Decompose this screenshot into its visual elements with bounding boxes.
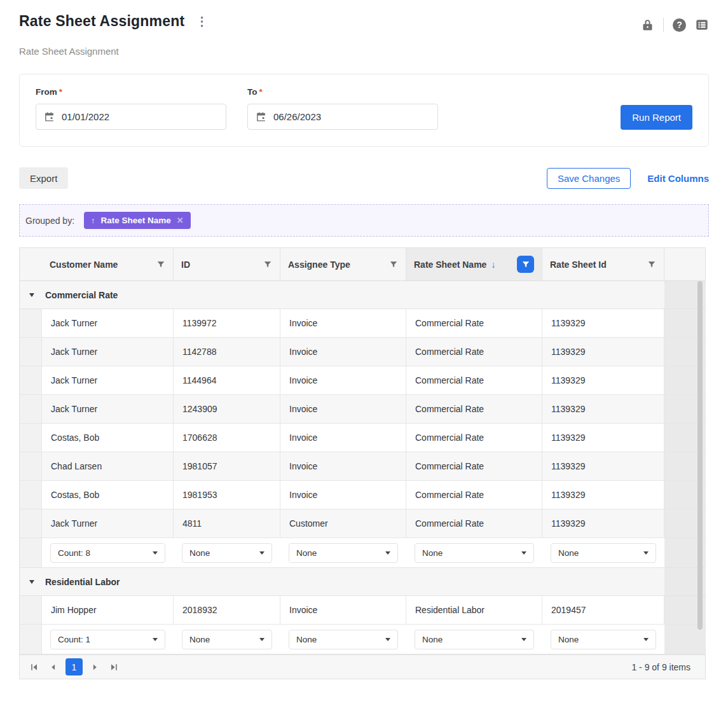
list-menu-icon[interactable]	[695, 18, 709, 32]
header-filler-cell	[664, 248, 706, 280]
cell-rate-sheet-id: 1139329	[542, 366, 664, 394]
filter-icon[interactable]	[647, 260, 656, 269]
group-title: Residential Labor	[45, 577, 120, 587]
from-date-input[interactable]: 01/01/2022	[36, 104, 226, 130]
cell-customer-name: Jack Turner	[42, 309, 174, 337]
page: Rate Sheet Assignment ⋮ ? Rate Sheet Ass…	[0, 0, 728, 679]
cell-rate-sheet-name: Residential Labor	[406, 596, 542, 624]
aggregate-dropdown[interactable]: None	[415, 630, 534, 649]
cell-assignee-type: Invoice	[280, 596, 406, 624]
table-row[interactable]: Costas, Bob1981953InvoiceCommercial Rate…	[20, 481, 705, 509]
aggregate-dropdown[interactable]: None	[182, 543, 272, 563]
pager-summary: 1 - 9 of 9 items	[631, 662, 699, 672]
row-indent-cell	[20, 452, 42, 480]
cell-id: 1142788	[174, 338, 280, 366]
aggregate-dropdown[interactable]: None	[289, 630, 398, 649]
aggregate-dropdown-value: None	[422, 635, 443, 644]
vertical-scrollbar-thumb[interactable]	[697, 281, 703, 630]
from-date-value: 01/01/2022	[62, 111, 109, 122]
aggregate-dropdown-value: Count: 1	[58, 635, 90, 644]
aggregate-dropdown[interactable]: Count: 8	[50, 543, 165, 563]
first-page-button[interactable]	[26, 659, 43, 675]
chip-remove-icon[interactable]: ✕	[177, 216, 184, 225]
group-chip-label: Rate Sheet Name	[101, 216, 171, 225]
next-page-button[interactable]	[86, 659, 103, 675]
aggregate-cell-rate-sheet-id: None	[542, 625, 664, 654]
current-page-button[interactable]: 1	[65, 658, 83, 675]
chevron-down-icon	[385, 638, 390, 641]
table-row[interactable]: Chad Larsen1981057InvoiceCommercial Rate…	[20, 452, 705, 481]
aggregate-cell-rate-sheet-id: None	[542, 538, 664, 567]
chevron-down-icon	[521, 551, 526, 555]
table-row[interactable]: Jack Turner1243909InvoiceCommercial Rate…	[20, 395, 705, 424]
export-button[interactable]: Export	[19, 167, 68, 189]
sort-desc-icon: ↓	[491, 260, 495, 270]
grid-body: Commercial RateJack Turner1139972Invoice…	[20, 281, 705, 654]
table-row[interactable]: Jack Turner1142788InvoiceCommercial Rate…	[20, 338, 705, 366]
to-date-value: 06/26/2023	[273, 111, 321, 122]
previous-page-button[interactable]	[45, 659, 62, 675]
page-title: Rate Sheet Assignment	[19, 13, 184, 30]
table-row[interactable]: Jack Turner4811CustomerCommercial Rate11…	[20, 509, 705, 538]
cell-rate-sheet-name: Commercial Rate	[406, 509, 542, 537]
cell-rate-sheet-name: Commercial Rate	[406, 338, 542, 366]
collapse-group-icon[interactable]	[29, 293, 34, 297]
filter-icon[interactable]	[156, 260, 165, 269]
calendar-icon	[44, 111, 55, 122]
aggregate-dropdown[interactable]: None	[289, 543, 398, 563]
column-header-customer-name[interactable]: Customer Name	[42, 248, 174, 280]
sort-ascending-icon[interactable]: ↑	[91, 216, 95, 225]
table-row[interactable]: Jim Hopper2018932InvoiceResidential Labo…	[20, 596, 705, 625]
group-header-residential-labor[interactable]: Residential Labor	[20, 568, 664, 595]
group-chip-rate-sheet-name[interactable]: ↑ Rate Sheet Name ✕	[84, 212, 191, 229]
cell-rate-sheet-id: 1139329	[542, 309, 664, 337]
cell-assignee-type: Invoice	[280, 338, 406, 366]
chevron-down-icon	[385, 551, 390, 555]
filter-icon[interactable]	[389, 260, 398, 269]
to-date-input[interactable]: 06/26/2023	[247, 104, 438, 130]
column-header-id[interactable]: ID	[174, 248, 280, 280]
header-divider	[663, 18, 664, 32]
aggregate-cell-customer-name: Count: 8	[42, 538, 174, 567]
filter-active-button[interactable]	[517, 256, 534, 273]
column-header-label: Assignee Type	[288, 260, 350, 270]
aggregate-dropdown[interactable]: Count: 1	[50, 630, 165, 649]
aggregate-dropdown[interactable]: None	[551, 630, 656, 649]
table-row[interactable]: Costas, Bob1706628InvoiceCommercial Rate…	[20, 424, 705, 452]
filter-icon[interactable]	[263, 260, 272, 269]
cell-rate-sheet-id: 1139329	[542, 452, 664, 480]
group-header-row: Commercial Rate	[20, 281, 705, 309]
from-date-field: From* 01/01/2022	[36, 87, 226, 130]
cell-assignee-type: Invoice	[280, 452, 406, 480]
cell-rate-sheet-id: 1139329	[542, 424, 664, 452]
aggregate-cell-rate-sheet-name: None	[406, 538, 542, 567]
aggregate-dropdown[interactable]: None	[551, 543, 656, 563]
help-icon[interactable]: ?	[673, 18, 686, 32]
aggregate-dropdown[interactable]: None	[182, 630, 272, 649]
column-header-rate-sheet-id[interactable]: Rate Sheet Id	[542, 248, 664, 280]
cell-rate-sheet-id: 1139329	[542, 395, 664, 423]
kebab-menu-icon[interactable]: ⋮	[193, 14, 210, 29]
lock-icon[interactable]	[641, 18, 654, 32]
edit-columns-link[interactable]: Edit Columns	[647, 173, 709, 184]
group-title: Commercial Rate	[45, 290, 118, 300]
run-report-button[interactable]: Run Report	[621, 105, 692, 130]
collapse-group-icon[interactable]	[29, 580, 34, 584]
column-header-rate-sheet-name[interactable]: Rate Sheet Name↓	[406, 248, 542, 280]
aggregate-dropdown-value: None	[422, 548, 443, 558]
cell-rate-sheet-name: Commercial Rate	[406, 395, 542, 423]
actions-row: Export Save Changes Edit Columns	[19, 167, 709, 189]
aggregate-dropdown-value: None	[189, 635, 210, 644]
last-page-button[interactable]	[106, 659, 122, 675]
table-row[interactable]: Jack Turner1144964InvoiceCommercial Rate…	[20, 366, 705, 395]
aggregate-cell-customer-name: Count: 1	[42, 625, 174, 654]
group-header-commercial-rate[interactable]: Commercial Rate	[20, 281, 664, 308]
cell-rate-sheet-name: Commercial Rate	[406, 452, 542, 480]
aggregate-dropdown[interactable]: None	[415, 543, 534, 563]
row-indent-cell	[20, 538, 42, 567]
cell-rate-sheet-id: 1139329	[542, 338, 664, 366]
table-row[interactable]: Jack Turner1139972InvoiceCommercial Rate…	[20, 309, 705, 338]
column-header-assignee-type[interactable]: Assignee Type	[280, 248, 406, 280]
chevron-down-icon	[153, 638, 158, 641]
save-changes-button[interactable]: Save Changes	[547, 168, 631, 189]
